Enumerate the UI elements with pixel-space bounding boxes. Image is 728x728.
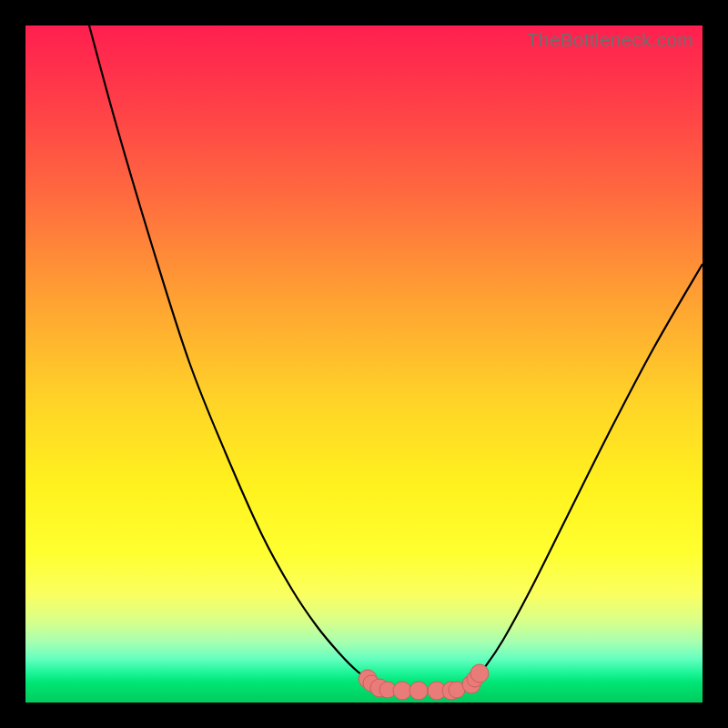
marker-dot [470,664,489,682]
marker-dots [359,664,489,700]
curve-svg [25,25,703,703]
marker-dot [393,682,411,700]
bottleneck-curve [89,25,703,691]
marker-dot [410,682,428,700]
outer-frame: TheBottleneck.com [0,0,728,728]
plot-area: TheBottleneck.com [25,25,703,703]
